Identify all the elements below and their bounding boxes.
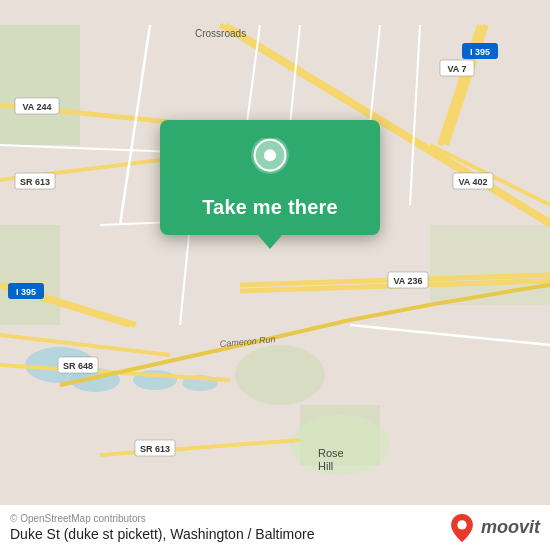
svg-text:VA 7: VA 7 xyxy=(447,64,466,74)
svg-point-58 xyxy=(264,149,276,161)
svg-text:SR 613: SR 613 xyxy=(140,444,170,454)
copyright-text: © OpenStreetMap contributors xyxy=(10,513,315,524)
svg-point-10 xyxy=(290,415,390,475)
svg-rect-5 xyxy=(0,25,80,145)
popup-card: Take me there xyxy=(160,120,380,235)
bottom-bar: © OpenStreetMap contributors Duke St (du… xyxy=(0,504,550,550)
location-title: Duke St (duke st pickett), Washington / … xyxy=(10,526,315,542)
map-background: VA 244 SR 613 I 395 VA 7 I 395 VA 402 SR… xyxy=(0,0,550,550)
moovit-brand-text: moovit xyxy=(481,517,540,538)
svg-text:I 395: I 395 xyxy=(16,287,36,297)
svg-point-59 xyxy=(457,520,466,529)
svg-text:Crossroads: Crossroads xyxy=(195,28,246,39)
svg-point-7 xyxy=(235,345,325,405)
svg-text:I 395: I 395 xyxy=(470,47,490,57)
svg-text:Rose: Rose xyxy=(318,447,344,459)
svg-text:VA 402: VA 402 xyxy=(458,177,487,187)
moovit-logo: moovit xyxy=(448,514,540,542)
svg-text:SR 613: SR 613 xyxy=(20,177,50,187)
location-pin-icon xyxy=(246,138,294,186)
moovit-pin-icon xyxy=(448,514,476,542)
svg-text:SR 648: SR 648 xyxy=(63,361,93,371)
svg-text:VA 244: VA 244 xyxy=(22,102,51,112)
take-me-there-button[interactable]: Take me there xyxy=(202,196,338,219)
svg-text:VA 236: VA 236 xyxy=(393,276,422,286)
map-container: VA 244 SR 613 I 395 VA 7 I 395 VA 402 SR… xyxy=(0,0,550,550)
bottom-left-info: © OpenStreetMap contributors Duke St (du… xyxy=(10,513,315,542)
svg-rect-6 xyxy=(0,225,60,325)
svg-text:Hill: Hill xyxy=(318,460,333,472)
